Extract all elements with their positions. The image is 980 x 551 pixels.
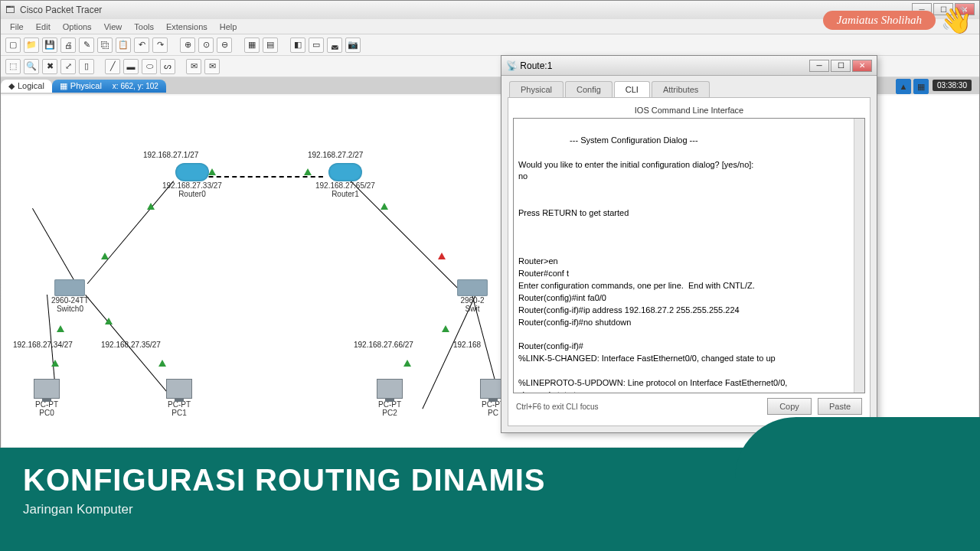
zoom-in-icon[interactable]: ⊕ — [180, 37, 195, 53]
label-pc0: PC0 — [34, 409, 60, 417]
save-icon[interactable]: 💾 — [42, 37, 57, 53]
label-sw0a: 2960-24TT — [51, 296, 89, 305]
palette-icon[interactable]: ▦ — [244, 37, 260, 53]
devices-icon[interactable]: ▤ — [263, 37, 278, 53]
menu-help[interactable]: Help — [214, 22, 243, 31]
router-icon — [328, 163, 362, 181]
zoom-reset-icon[interactable]: ⊙ — [198, 37, 214, 53]
menu-file[interactable]: File — [4, 22, 30, 31]
label-pc2ip: 192.168.27.66/27 — [354, 341, 413, 349]
line-icon[interactable]: ╱ — [105, 59, 120, 74]
label-pc1ip: 192.168.27.35/27 — [101, 341, 161, 349]
paste-icon[interactable]: 📋 — [116, 37, 131, 53]
dlg-close-button[interactable]: ✕ — [852, 60, 872, 72]
dlg-tab-physical[interactable]: Physical — [509, 81, 564, 97]
zoom-out-icon[interactable]: ⊖ — [217, 37, 232, 53]
tab-logical[interactable]: ◆ Logical — [1, 80, 52, 93]
main-toolbar: ▢ 📁 💾 🖨 ✎ ⿻ 📋 ↶ ↷ ⊕ ⊙ ⊖ ▦ ▤ ◧ ▭ ◛ 📷 — [1, 34, 979, 56]
label-pc3ip: 192.168 — [453, 341, 481, 349]
dlg-tab-config[interactable]: Config — [565, 81, 612, 97]
ellipse-icon[interactable]: ⬭ — [142, 59, 157, 74]
menu-tools[interactable]: Tools — [128, 22, 160, 31]
router-dialog: 📡 Route:1 ─ ☐ ✕ Physical Config CLI Attr… — [501, 55, 877, 433]
pc-icon — [377, 379, 403, 399]
pc-icon — [34, 379, 60, 399]
label-sw0: Switch0 — [51, 305, 89, 313]
label-r0: Router0 — [162, 190, 222, 198]
copy-button[interactable]: Copy — [767, 398, 812, 415]
banner-subtitle: Jaringan Komputer — [23, 502, 957, 517]
dlg-tab-attributes[interactable]: Attributes — [652, 81, 710, 97]
inspect-icon[interactable]: 🔍 — [24, 59, 39, 74]
dialog-title: Route:1 — [520, 60, 552, 71]
device-pc0[interactable]: PC-PT PC0 — [34, 379, 60, 417]
dialog-title-bar[interactable]: 📡 Route:1 ─ ☐ ✕ — [501, 56, 877, 76]
router-icon — [175, 163, 209, 181]
resize-icon[interactable]: ⤢ — [60, 59, 76, 74]
redo-icon[interactable]: ↷ — [152, 37, 168, 53]
note-icon[interactable]: ▯ — [79, 59, 94, 74]
switch-icon — [457, 279, 488, 296]
freeform-icon[interactable]: ᔕ — [160, 59, 175, 74]
label-pc0ip: 192.168.27.34/27 — [13, 341, 73, 349]
shape3-icon[interactable]: ◛ — [327, 37, 342, 53]
hand-icon: 👋 — [940, 5, 972, 35]
view-icon-2[interactable]: ▦ — [913, 79, 929, 94]
new-icon[interactable]: ▢ — [5, 37, 21, 53]
envelope-icon[interactable]: ✉ — [186, 59, 201, 74]
label-sw1a: 2960-2 — [457, 296, 488, 305]
terminal-text: --- System Configuration Dialog --- Woul… — [518, 135, 787, 393]
video-banner: KONFIGURASI ROUTING DINAMIS Jaringan Kom… — [0, 448, 980, 551]
right-view-icons: ▲ ▦ — [896, 79, 929, 94]
envelope2-icon[interactable]: ✉ — [204, 59, 220, 74]
cli-hint: Ctrl+F6 to exit CLI focus — [516, 403, 599, 411]
device-switch1[interactable]: 2960-2 Swit — [457, 279, 488, 313]
print-icon[interactable]: 🖨 — [60, 37, 76, 53]
copy-icon[interactable]: ⿻ — [97, 37, 113, 53]
paste-button[interactable]: Paste — [818, 398, 862, 415]
banner-curve — [735, 417, 980, 478]
device-router0[interactable]: 192.168.27.33/27 Router0 — [162, 163, 222, 198]
router-icon: 📡 — [506, 60, 518, 71]
watermark-badge: Jamiatus Sholihah — [823, 11, 936, 30]
dlg-tab-cli[interactable]: CLI — [614, 81, 650, 97]
menu-options[interactable]: Options — [57, 22, 98, 31]
open-icon[interactable]: 📁 — [24, 37, 39, 53]
delete-icon[interactable]: ✖ — [42, 59, 57, 74]
terminal-footer: Ctrl+F6 to exit CLI focus Copy Paste — [513, 393, 865, 419]
dlg-maximize-button[interactable]: ☐ — [831, 60, 851, 72]
shape-icon[interactable]: ◧ — [290, 37, 305, 53]
cli-terminal[interactable]: --- System Configuration Dialog --- Woul… — [513, 118, 865, 393]
device-pc2[interactable]: PC-PT PC2 — [377, 379, 403, 417]
camera-icon[interactable]: 📷 — [345, 37, 361, 53]
label-pc2: PC2 — [377, 409, 403, 417]
time-label: 03:38:30 — [933, 80, 972, 91]
label-net1: 192.168.27.1/27 — [143, 151, 198, 159]
scrollbar[interactable] — [854, 119, 864, 393]
wizard-icon[interactable]: ✎ — [79, 37, 94, 53]
device-pc1[interactable]: PC-PT PC1 — [166, 379, 192, 417]
coords-label: x: 662, y: 102 — [105, 82, 158, 90]
menu-extensions[interactable]: Extensions — [160, 22, 214, 31]
device-router1[interactable]: 192.168.27.65/27 Router1 — [315, 163, 375, 198]
select-icon[interactable]: ⬚ — [5, 59, 21, 74]
tab-physical[interactable]: ▦ Physicalx: 662, y: 102 — [52, 80, 166, 93]
watermark: Jamiatus Sholihah 👋 — [823, 5, 972, 35]
menu-edit[interactable]: Edit — [30, 22, 57, 31]
label-net2: 192.168.27.2/27 — [308, 151, 363, 159]
rect-icon[interactable]: ▬ — [123, 59, 139, 74]
pc-icon — [166, 379, 192, 399]
undo-icon[interactable]: ↶ — [134, 37, 149, 53]
dialog-subtitle: IOS Command Line Interface — [513, 103, 865, 118]
dlg-minimize-button[interactable]: ─ — [809, 60, 829, 72]
device-switch0[interactable]: 2960-24TT Switch0 — [51, 279, 89, 313]
label-r1sub: 192.168.27.65/27 — [315, 181, 375, 190]
view-icon-1[interactable]: ▲ — [896, 79, 911, 94]
label-r1: Router1 — [315, 190, 375, 198]
shape2-icon[interactable]: ▭ — [309, 37, 324, 53]
label-r0sub: 192.168.27.33/27 — [162, 181, 222, 190]
menu-view[interactable]: View — [98, 22, 129, 31]
dialog-tabs: Physical Config CLI Attributes — [501, 76, 877, 97]
app-icon: 🗔 — [5, 5, 16, 15]
switch-icon — [54, 279, 85, 296]
